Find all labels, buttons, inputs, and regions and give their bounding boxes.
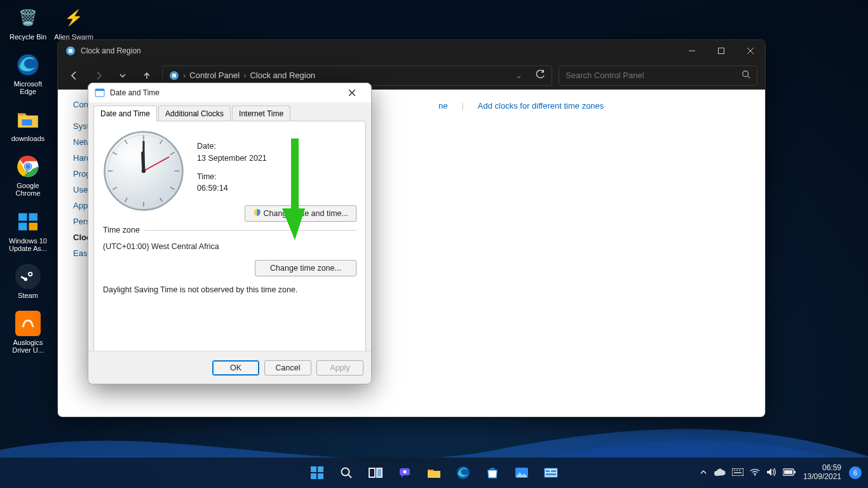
search-input[interactable] <box>566 71 742 80</box>
volume-icon[interactable] <box>766 468 776 478</box>
change-timezone-label: Change time zone... <box>270 264 341 273</box>
window-titlebar[interactable]: Clock and Region <box>58 40 765 62</box>
date-time-dialog: Date and Time Date and Time Additional C… <box>88 83 372 384</box>
control-panel-icon <box>169 71 179 81</box>
folder-icon <box>15 107 41 132</box>
steam-icon <box>15 264 41 289</box>
timezone-legend: Time zone <box>103 226 140 234</box>
svg-rect-45 <box>377 468 382 477</box>
desktop-icon-auslogics[interactable]: Auslogics Driver U... <box>5 311 51 354</box>
svg-point-47 <box>403 470 407 473</box>
chevron-down-icon[interactable]: ⌄ <box>515 71 522 80</box>
search-box[interactable] <box>559 65 757 86</box>
tab-pane-date-time: Date: 13 September 2021 Time: 06:59:14 C… <box>93 121 366 358</box>
task-view-button[interactable] <box>363 460 388 485</box>
desktop-icon-downloads[interactable]: downloads <box>5 107 51 142</box>
svg-rect-39 <box>311 466 316 472</box>
desktop-icon-label: Auslogics Driver U... <box>12 339 44 354</box>
chevron-right-icon: › <box>183 71 186 80</box>
apply-button[interactable]: Apply <box>316 360 363 376</box>
taskbar-clock[interactable]: 06:59 13/09/2021 <box>803 464 841 482</box>
nav-forward-button[interactable] <box>90 67 107 85</box>
svg-rect-53 <box>546 473 556 475</box>
time-label: Time: <box>197 171 267 183</box>
window-maximize-button[interactable] <box>707 40 736 62</box>
svg-rect-50 <box>545 468 557 477</box>
battery-icon[interactable] <box>783 468 796 478</box>
timezone-value: (UTC+01:00) West Central Africa <box>103 242 356 251</box>
svg-rect-54 <box>732 468 743 476</box>
svg-rect-9 <box>29 222 38 230</box>
window-title: Clock and Region <box>81 46 141 55</box>
dialog-title: Date and Time <box>110 88 159 97</box>
desktop-icon-label: Recycle Bin <box>10 33 46 41</box>
taskbar-photos-button[interactable] <box>509 460 534 485</box>
breadcrumb-leaf[interactable]: Clock and Region <box>250 71 315 80</box>
taskbar-store-button[interactable] <box>480 460 505 485</box>
svg-rect-7 <box>29 213 38 220</box>
taskbar-clock-date: 13/09/2021 <box>803 473 841 482</box>
nav-recent-button[interactable] <box>114 67 132 85</box>
svg-rect-14 <box>69 49 72 53</box>
divider <box>145 230 356 231</box>
start-button[interactable] <box>304 460 330 485</box>
breadcrumb-root[interactable]: Control Panel <box>189 71 240 80</box>
desktop-icon-chrome[interactable]: Google Chrome <box>5 154 51 197</box>
tray-overflow-button[interactable] <box>700 468 707 477</box>
desktop-icon-recycle-bin[interactable]: 🗑️ Recycle Bin <box>5 5 51 41</box>
taskbar-explorer-button[interactable] <box>421 460 447 485</box>
ok-button[interactable]: OK <box>212 360 259 376</box>
tab-internet-time[interactable]: Internet Time <box>232 105 290 121</box>
svg-point-5 <box>25 164 31 169</box>
svg-rect-20 <box>95 89 104 91</box>
edge-icon <box>15 52 41 78</box>
svg-rect-17 <box>172 74 176 78</box>
change-date-time-label: Change date and time... <box>264 209 348 218</box>
tab-additional-clocks[interactable]: Additional Clocks <box>158 105 231 121</box>
window-minimize-button[interactable] <box>677 40 707 62</box>
svg-point-18 <box>743 71 749 77</box>
change-timezone-button[interactable]: Change time zone... <box>255 260 356 276</box>
svg-rect-1 <box>22 119 32 126</box>
svg-rect-51 <box>546 470 550 472</box>
dialog-footer: OK Cancel Apply <box>88 351 371 384</box>
change-date-time-button[interactable]: Change date and time... <box>245 205 356 222</box>
nav-back-button[interactable] <box>65 67 83 85</box>
time-value: 06:59:14 <box>197 182 267 194</box>
taskbar-control-panel-button[interactable] <box>538 460 564 485</box>
desktop-icon-edge[interactable]: Microsoft Edge <box>5 52 51 95</box>
taskbar: 06:59 13/09/2021 6 <box>0 458 868 488</box>
control-panel-icon <box>65 46 76 56</box>
dialog-close-button[interactable] <box>339 83 365 102</box>
taskbar-search-button[interactable] <box>334 460 359 485</box>
alien-swarm-icon: ⚡ <box>61 5 86 30</box>
svg-rect-58 <box>794 471 796 473</box>
taskbar-system-tray: 06:59 13/09/2021 6 <box>700 458 865 488</box>
svg-point-11 <box>29 273 32 275</box>
onedrive-icon[interactable] <box>714 468 726 478</box>
taskbar-edge-button[interactable] <box>451 460 476 485</box>
divider: | <box>461 101 463 111</box>
desktop-icon-alien-swarm[interactable]: ⚡ Alien Swarm <box>51 5 97 41</box>
link-set-time-date[interactable]: ne <box>438 101 447 111</box>
link-add-clocks[interactable]: Add clocks for different time zones <box>478 101 604 111</box>
desktop-icon-win10-update[interactable]: Windows 10 Update As... <box>5 209 51 252</box>
wifi-icon[interactable] <box>750 468 760 478</box>
notification-badge[interactable]: 6 <box>849 466 862 479</box>
cancel-button[interactable]: Cancel <box>264 360 311 376</box>
recycle-bin-icon: 🗑️ <box>15 5 41 30</box>
dialog-titlebar[interactable]: Date and Time <box>88 83 371 102</box>
desktop-icon-steam[interactable]: Steam <box>5 264 51 299</box>
svg-rect-57 <box>784 470 792 474</box>
windows-update-icon <box>15 209 41 234</box>
svg-rect-52 <box>551 470 556 472</box>
nav-up-button[interactable] <box>138 67 156 85</box>
keyboard-icon[interactable] <box>732 468 743 478</box>
refresh-icon[interactable] <box>536 70 545 81</box>
chevron-right-icon: › <box>243 71 246 80</box>
tab-date-time[interactable]: Date and Time <box>93 105 157 121</box>
window-close-button[interactable] <box>736 40 765 62</box>
taskbar-chat-button[interactable] <box>392 460 417 485</box>
search-icon[interactable] <box>742 70 750 81</box>
analog-clock <box>103 130 184 212</box>
